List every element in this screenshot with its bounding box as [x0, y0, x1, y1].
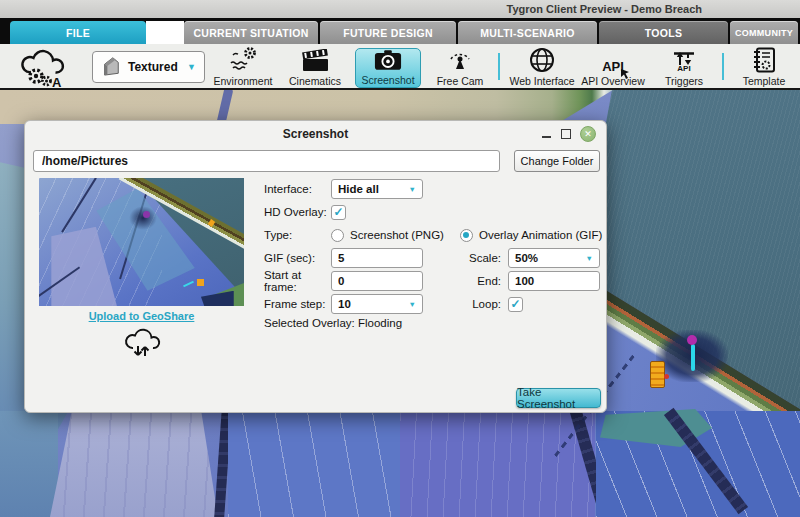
- toolbar-item-label: Cinematics: [289, 75, 341, 87]
- frame-step-label: Frame step:: [264, 298, 331, 310]
- interface-dropdown[interactable]: Hide all: [331, 179, 423, 199]
- start-frame-input[interactable]: [338, 275, 416, 287]
- gif-sec-input[interactable]: [338, 252, 416, 264]
- camera-icon: [374, 50, 402, 73]
- screenshot-form: Interface: Hide all HD Overlay: Type: Sc…: [264, 179, 602, 317]
- chevron-down-icon: [409, 300, 416, 309]
- map-field-purple: [400, 411, 595, 517]
- toolbar-item-cinematics[interactable]: Cinematics: [280, 49, 350, 87]
- render-mode-dropdown[interactable]: Textured: [92, 51, 205, 83]
- end-field: [508, 271, 600, 291]
- toolbar-separator: [498, 53, 500, 80]
- end-input[interactable]: [515, 275, 593, 287]
- loop-checkbox[interactable]: [508, 297, 523, 312]
- tab-community[interactable]: COMMUNITY: [730, 21, 798, 44]
- toolbar-item-triggers[interactable]: API Triggers: [650, 49, 718, 87]
- api-cursor-icon: API: [602, 49, 624, 73]
- globe-icon: [529, 49, 555, 73]
- toolbar-item-label: Environment: [214, 75, 273, 87]
- toolbar-item-screenshot-selected[interactable]: Screenshot: [355, 48, 421, 88]
- preview-breach-blob: [129, 206, 157, 230]
- textured-house-icon: [101, 55, 121, 80]
- map-breach-marker-line: [691, 344, 695, 371]
- type-radio-gif[interactable]: [460, 229, 473, 242]
- window-titlebar: Tygron Client Preview - Demo Breach: [0, 0, 800, 18]
- type-radio-png[interactable]: [331, 229, 344, 242]
- interface-label: Interface:: [264, 183, 331, 195]
- tab-multi-scenario[interactable]: MULTI-SCENARIO: [458, 21, 597, 44]
- screenshot-dialog: Screenshot Change Folder Upload: [24, 120, 607, 413]
- window-controls: [542, 126, 596, 142]
- toolbar-item-template[interactable]: Template: [728, 49, 800, 87]
- hd-overlay-checkbox[interactable]: [331, 205, 346, 220]
- chevron-down-icon: [409, 185, 416, 194]
- toolbar-item-label: Free Cam: [437, 75, 484, 87]
- auto-weather-gears-icon[interactable]: A: [18, 48, 68, 92]
- close-icon[interactable]: [580, 126, 596, 142]
- start-frame-label: Start at frame:: [264, 269, 331, 293]
- clapperboard-icon: [301, 49, 329, 73]
- map-field-blue: [228, 411, 402, 517]
- toolbar-item-free-cam[interactable]: Free Cam: [425, 49, 495, 87]
- svg-text:A: A: [52, 75, 62, 88]
- screenshot-preview-thumbnail: [39, 178, 244, 306]
- gif-sec-field: [331, 248, 423, 268]
- toolbar-item-label: API Overview: [581, 75, 645, 87]
- window-title: Tygron Client Preview - Demo Breach: [507, 3, 702, 15]
- map-field-lavender: [50, 411, 218, 517]
- map-field-teal: [0, 411, 58, 517]
- end-label: End:: [423, 275, 508, 287]
- toolbar-item-label: Web Interface: [509, 75, 574, 87]
- tools-toolbar: A Textured: [0, 44, 800, 90]
- toolbar-item-label: Template: [743, 75, 786, 87]
- tab-gap: [146, 21, 184, 44]
- preview-marker-dot: [143, 211, 150, 218]
- type-radio-png-label: Screenshot (PNG): [350, 229, 444, 241]
- save-path-input[interactable]: [33, 150, 500, 172]
- map-vehicle-dot: [664, 374, 669, 379]
- hd-overlay-label: HD Overlay:: [264, 206, 331, 218]
- toolbar-item-label: Screenshot: [361, 74, 414, 86]
- free-cam-icon: [445, 49, 475, 73]
- scale-dropdown[interactable]: 50%: [508, 248, 600, 268]
- map-vehicle: [650, 361, 665, 388]
- upload-to-geoshare-link[interactable]: Upload to GeoShare: [39, 310, 244, 322]
- tab-file[interactable]: FILE: [10, 21, 146, 44]
- scale-label: Scale:: [423, 252, 508, 264]
- template-notebook-icon: [752, 49, 776, 73]
- type-radio-gif-label: Overlay Animation (GIF): [479, 229, 602, 241]
- triggers-icon: API: [671, 49, 697, 73]
- gif-sec-label: GIF (sec):: [264, 252, 331, 264]
- selected-overlay-text: Selected Overlay: Flooding: [264, 317, 402, 329]
- map-breach-marker-dot: [687, 335, 697, 345]
- tab-current-situation[interactable]: CURRENT SITUATION: [184, 21, 318, 44]
- take-screenshot-button[interactable]: Take Screenshot: [516, 388, 601, 408]
- frame-step-dropdown[interactable]: 10: [331, 294, 423, 314]
- toolbar-separator: [722, 53, 724, 80]
- start-frame-field: [331, 271, 423, 291]
- preview-orange-marker: [197, 279, 204, 286]
- tab-future-design[interactable]: FUTURE DESIGN: [320, 21, 456, 44]
- toolbar-item-web-interface[interactable]: Web Interface: [504, 49, 580, 87]
- tab-tools[interactable]: TOOLS: [599, 21, 728, 44]
- dialog-title: Screenshot: [25, 121, 606, 147]
- app-window: Tygron Client Preview - Demo Breach FILE…: [0, 0, 800, 517]
- render-mode-value: Textured: [128, 60, 178, 74]
- cloud-upload-download-icon[interactable]: [39, 326, 244, 360]
- minimize-icon[interactable]: [542, 128, 552, 140]
- change-folder-button[interactable]: Change Folder: [514, 150, 600, 172]
- environment-icon: [228, 49, 258, 73]
- chevron-down-icon: [586, 254, 593, 263]
- loop-label: Loop:: [423, 298, 508, 310]
- type-label: Type:: [264, 229, 331, 241]
- toolbar-item-label: Triggers: [665, 75, 703, 87]
- toolbar-item-api-overview[interactable]: API API Overview: [575, 49, 651, 87]
- maximize-icon[interactable]: [561, 129, 571, 139]
- main-menu-tabbar: FILE CURRENT SITUATION FUTURE DESIGN MUL…: [0, 18, 800, 44]
- toolbar-item-environment[interactable]: Environment: [208, 49, 278, 87]
- chevron-down-icon: [187, 62, 196, 72]
